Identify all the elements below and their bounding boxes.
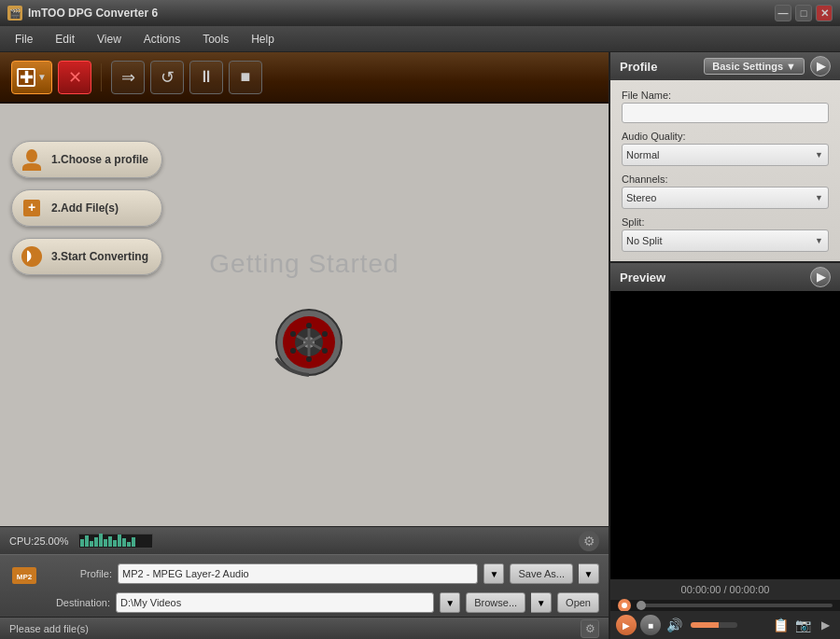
cpu-bar-8 [113,540,117,547]
choose-profile-icon [20,147,44,172]
fullscreen-button[interactable]: ▶ [816,616,834,634]
basic-settings-button[interactable]: Basic Settings ▼ [704,58,805,75]
pause-button[interactable]: ⏸ [189,61,223,94]
audio-quality-select[interactable]: Normal High Low [622,144,829,166]
getting-started-text: Getting Started [209,249,399,279]
profile-select[interactable]: MP2 - MPEG Layer-2 Audio [118,563,478,584]
file-name-input[interactable] [622,103,829,123]
menu-actions[interactable]: Actions [133,29,191,49]
menu-bar: File Edit View Actions Tools Help [0,26,840,52]
channels-select[interactable]: Stereo Mono [622,187,829,209]
preview-seekbar[interactable] [610,600,840,611]
save-split-button[interactable]: ▼ [579,563,599,584]
menu-file[interactable]: File [4,29,44,49]
svg-text:MP2: MP2 [17,573,33,581]
seekbar-track[interactable] [637,604,833,607]
start-converting-step[interactable]: 3.Start Converting [11,238,162,275]
menu-help[interactable]: Help [240,29,286,49]
svg-point-3 [21,246,42,267]
browse-split-button[interactable]: ▼ [531,592,552,613]
add-files-label: 2.Add File(s) [51,201,119,215]
cpu-text: CPU:25.00% [9,535,69,547]
profile-bar: MP2 Profile: MP2 - MPEG Layer-2 Audio ▼ … [0,554,609,617]
title-bar: 🎬 ImTOO DPG Converter 6 — □ ✕ [0,0,840,26]
profile-row: MP2 Profile: MP2 - MPEG Layer-2 Audio ▼ … [9,559,599,589]
destination-label: Destination: [43,597,110,608]
audio-quality-field-group: Audio Quality: Normal High Low [622,131,829,166]
channels-label: Channels: [622,174,829,185]
profile-dropdown-button[interactable]: ▼ [483,563,504,584]
audio-quality-select-wrapper: Normal High Low [622,144,829,166]
cpu-bar-11 [127,542,131,547]
svg-point-13 [290,331,296,337]
status-text: Please add file(s) [9,623,89,634]
cpu-status-bar: CPU:25.00% ⚙ [0,526,609,554]
cpu-bar-5 [99,534,103,547]
destination-select[interactable]: D:\My Videos [116,592,434,613]
convert-to-button[interactable]: ⇒ [111,61,145,94]
preview-next-button[interactable]: ▶ [810,267,831,287]
svg-text:+: + [28,200,35,215]
play-button[interactable]: ▶ [616,615,637,635]
stop-button[interactable]: ■ [640,615,661,635]
channels-select-wrapper: Stereo Mono [622,187,829,209]
choose-profile-label: 1.Choose a profile [51,153,148,166]
volume-slider[interactable] [691,622,737,628]
channels-field-group: Channels: Stereo Mono [622,174,829,209]
menu-tools[interactable]: Tools [191,29,240,49]
destination-row: Destination: D:\My Videos ▼ Browse... ▼ … [9,592,599,613]
refresh-button[interactable]: ↺ [150,61,184,94]
main-layout: ✚ ▼ ✕ ⇒ ↺ ⏸ ■ Getting Started [0,52,840,639]
cpu-bar-3 [90,541,93,547]
steps-area: 1.Choose a profile + 2.Add File(s) [11,141,162,275]
split-label: Split: [622,216,829,228]
delete-button[interactable]: ✕ [58,61,91,94]
destination-dropdown-button[interactable]: ▼ [440,592,460,613]
basic-settings-label: Basic Settings [712,61,783,72]
stop-button[interactable]: ■ [229,61,262,94]
window-controls: — □ ✕ [775,5,833,21]
settings-icon[interactable]: ⚙ [579,531,599,551]
svg-point-14 [322,348,328,354]
add-file-button[interactable]: ✚ ▼ [11,61,52,94]
preview-video-area [610,291,840,579]
cpu-graph [78,534,153,549]
save-as-button[interactable]: Save As... [510,563,573,584]
svg-point-11 [306,323,312,328]
browse-button[interactable]: Browse... [466,592,525,613]
profile-header: Profile Basic Settings ▼ ▶ [610,52,840,80]
profile-label: Profile: [45,568,112,579]
open-button[interactable]: Open [557,592,599,613]
choose-profile-step[interactable]: 1.Choose a profile [11,141,162,178]
volume-icon[interactable]: 🔊 [665,616,683,634]
cpu-bar-12 [132,537,135,547]
close-button[interactable]: ✕ [816,5,833,21]
cpu-bar-2 [85,535,89,547]
split-select-wrapper: No Split By Size By Time [622,229,829,252]
toolbar-separator-1 [101,63,102,91]
svg-point-15 [290,348,296,354]
split-select[interactable]: No Split By Size By Time [622,229,829,252]
add-files-step[interactable]: + 2.Add File(s) [11,189,162,227]
profile-next-button[interactable]: ▶ [810,56,831,76]
camera-button[interactable]: 📷 [793,616,812,634]
app-icon: 🎬 [7,6,22,21]
cpu-bar-4 [94,537,98,547]
menu-view[interactable]: View [86,29,133,49]
status-message-bar: Please add file(s) ⚙ [0,617,609,639]
left-panel: ✚ ▼ ✕ ⇒ ↺ ⏸ ■ Getting Started [0,52,609,639]
profile-type-icon: MP2 [9,559,39,589]
menu-edit[interactable]: Edit [44,29,86,49]
right-panel: Profile Basic Settings ▼ ▶ File Name: [609,52,840,639]
preview-controls: ▶ ■ 🔊 📋 📷 ▶ [610,611,840,639]
maximize-button[interactable]: □ [795,5,812,21]
basic-settings-arrow: ▼ [786,61,796,72]
profile-fields: File Name: Audio Quality: Normal High Lo… [610,80,840,261]
file-name-label: File Name: [622,90,829,101]
screenshot-button[interactable]: 📋 [771,616,790,634]
status-settings-button[interactable]: ⚙ [581,619,599,638]
minimize-button[interactable]: — [775,5,791,21]
toolbar: ✚ ▼ ✕ ⇒ ↺ ⏸ ■ [0,52,609,104]
profile-header-title: Profile [620,60,704,74]
seekbar-thumb [637,601,646,610]
